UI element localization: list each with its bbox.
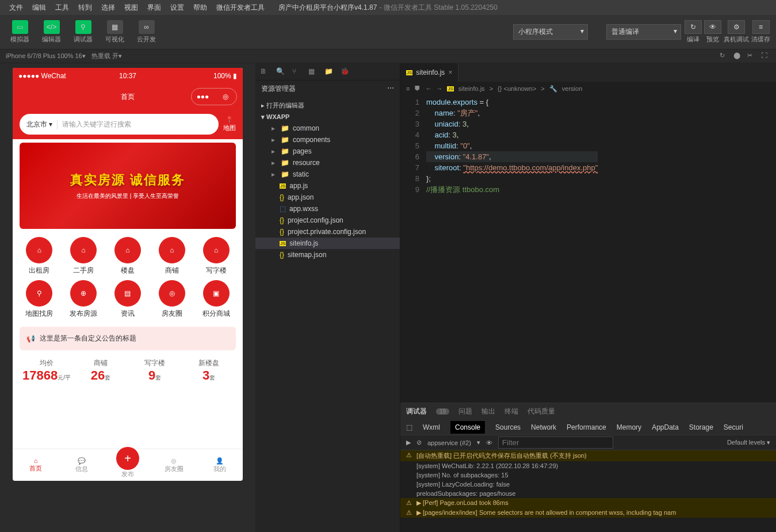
search-bar[interactable]: 北京市 ▾ 请输入关键字进行搜索 (20, 114, 219, 135)
tree-folder-resource[interactable]: ▸📁resource (255, 157, 400, 169)
expand-icon[interactable]: ⛶ (761, 52, 770, 61)
menu-select[interactable]: 选择 (97, 1, 120, 15)
grid-item-rent[interactable]: ⌂出租房 (20, 237, 59, 275)
toolbar-debugger[interactable]: ⚲调试器 (69, 18, 97, 46)
code-content[interactable]: module.exports = { name: "房产", uniacid: … (426, 95, 598, 403)
grid-item-circle[interactable]: ◎房友圈 (152, 280, 192, 319)
project-section[interactable]: ▾ WXAPP (255, 112, 400, 123)
grid-item-resale[interactable]: ⌂二手房 (64, 237, 104, 275)
tab-message[interactable]: 💬信息 (59, 449, 105, 481)
console-output[interactable]: ⚠[自动热重载] 已开启代码文件保存后自动热重载 (不支持 json) [sys… (400, 450, 776, 532)
back-icon[interactable]: ← (425, 85, 431, 92)
menu-help[interactable]: 帮助 (189, 1, 212, 15)
editor-tab-siteinfo[interactable]: JS siteinfo.js × (400, 63, 458, 82)
dtab-storage[interactable]: Storage (689, 423, 713, 431)
cut-icon[interactable]: ✂ (747, 52, 756, 61)
menu-interface[interactable]: 界面 (143, 1, 166, 15)
tree-folder-pages[interactable]: ▸📁pages (255, 146, 400, 157)
tab-home[interactable]: ⌂首页 (13, 449, 59, 481)
dtab-performance[interactable]: Performance (567, 423, 606, 431)
record-icon[interactable]: ⬤ (733, 52, 743, 61)
tree-file-siteinfo[interactable]: JSsiteinfo.js (255, 238, 400, 249)
menu-file[interactable]: 文件 (5, 1, 28, 15)
breadcrumb-file[interactable]: siteinfo.js (458, 85, 485, 92)
toolbar-simulator[interactable]: ▭模拟器 (6, 18, 34, 46)
tab-publish[interactable]: +发布 (105, 449, 151, 481)
dtab-memory[interactable]: Memory (617, 423, 641, 431)
compile-button[interactable]: ↻ (685, 20, 702, 34)
capsule-menu-icon[interactable]: ●●● (192, 89, 214, 105)
breadcrumb-scope[interactable]: {} <unknown> (498, 85, 536, 92)
grid-item-mall[interactable]: ▣积分商城 (196, 280, 236, 319)
tree-file-appjson[interactable]: {}app.json (255, 192, 400, 203)
folder-icon[interactable]: 📁 (324, 67, 334, 76)
close-icon[interactable]: × (448, 68, 452, 76)
dtab-sources[interactable]: Sources (495, 423, 521, 431)
tree-file-projectconfig[interactable]: {}project.config.json (255, 215, 400, 226)
bookmark-icon[interactable]: ⛊ (414, 85, 421, 92)
btab-debugger[interactable]: 调试器 (406, 407, 427, 416)
notice-bar[interactable]: 📢 这里是第一条自定义公告的标题 (20, 327, 236, 350)
banner[interactable]: 真实房源 诚信服务 生活在最美的风景里 | 享受人生至高荣誉 (20, 143, 236, 229)
menu-tools[interactable]: 工具 (51, 1, 74, 15)
btab-quality[interactable]: 代码质量 (527, 407, 555, 416)
device-selector[interactable]: iPhone 6/7/8 Plus 100% 16▾ (6, 52, 86, 60)
inspect-icon[interactable]: ⬚ (406, 423, 412, 431)
toolbar-editor[interactable]: </>编辑器 (37, 18, 66, 46)
hot-reload-toggle[interactable]: 热重载 开▾ (91, 52, 122, 60)
clear-cache-button[interactable]: ≡ (752, 20, 770, 34)
menu-settings[interactable]: 设置 (166, 1, 189, 15)
clear-icon[interactable]: ⊘ (416, 439, 422, 446)
more-icon[interactable]: ⋯ (387, 84, 394, 94)
search-icon[interactable]: 🔍 (276, 67, 285, 76)
preview-button[interactable]: 👁 (704, 20, 721, 34)
grid-item-news[interactable]: ▤资讯 (108, 280, 148, 319)
stat-office[interactable]: 写字楼9套 (128, 358, 182, 383)
btab-problems[interactable]: 问题 (458, 407, 472, 416)
context-selector[interactable]: appservice (#2) (427, 439, 471, 446)
dtab-network[interactable]: Network (531, 423, 556, 431)
forward-icon[interactable]: → (436, 85, 442, 92)
search-input[interactable]: 请输入关键字进行搜索 (58, 120, 131, 129)
toolbar-cloud[interactable]: ∞云开发 (132, 18, 160, 46)
list-icon[interactable]: ≡ (406, 85, 410, 92)
play-icon[interactable]: ▶ (406, 439, 411, 446)
menu-goto[interactable]: 转到 (74, 1, 97, 15)
compile-dropdown[interactable]: 普通编译 (606, 24, 681, 40)
tree-folder-common[interactable]: ▸📁common (255, 123, 400, 134)
map-button[interactable]: 📍 地图 (223, 116, 236, 132)
tree-file-projectprivate[interactable]: {}project.private.config.json (255, 226, 400, 238)
toolbar-visual[interactable]: ▦可视化 (101, 18, 129, 46)
tree-file-appjs[interactable]: JSapp.js (255, 180, 400, 192)
refresh-icon[interactable]: ↻ (720, 52, 729, 61)
stat-newbuilding[interactable]: 新楼盘3套 (182, 358, 236, 383)
menu-wechat-devtools[interactable]: 微信开发者工具 (212, 1, 269, 15)
tree-file-appwxss[interactable]: ⬚app.wxss (255, 203, 400, 215)
stat-avgprice[interactable]: 均价17868元/平 (20, 358, 74, 383)
tree-folder-components[interactable]: ▸📁components (255, 134, 400, 146)
city-picker[interactable]: 北京市 ▾ (26, 120, 58, 129)
bug-icon[interactable]: 🐞 (341, 67, 350, 76)
btab-terminal[interactable]: 终端 (504, 407, 518, 416)
menu-edit[interactable]: 编辑 (28, 1, 51, 15)
grid-item-publish[interactable]: ⊕发布房源 (64, 280, 104, 319)
open-editors-section[interactable]: ▸ 打开的编辑器 (255, 99, 400, 112)
levels-dropdown[interactable]: Default levels ▾ (727, 439, 770, 446)
capsule-close-icon[interactable]: ◎ (214, 89, 236, 105)
branch-icon[interactable]: ⑂ (292, 67, 301, 76)
dtab-appdata[interactable]: AppData (652, 423, 679, 431)
grid-item-office[interactable]: ⌂写字楼 (196, 237, 236, 275)
grid-item-building[interactable]: ⌂楼盘 (108, 237, 148, 275)
tree-folder-static[interactable]: ▸📁static (255, 169, 400, 180)
grid-item-mapfind[interactable]: ⚲地图找房 (20, 280, 59, 319)
tab-circle[interactable]: ◎房友圈 (151, 449, 197, 481)
tab-mine[interactable]: 👤我的 (197, 449, 243, 481)
dtab-security[interactable]: Securi (724, 423, 743, 431)
code-editor[interactable]: 123456789 module.exports = { name: "房产",… (400, 95, 776, 403)
grid-item-shop[interactable]: ⌂商铺 (152, 237, 192, 275)
tree-file-sitemap[interactable]: {}sitemap.json (255, 249, 400, 261)
console-filter-input[interactable] (498, 437, 613, 449)
files-icon[interactable]: 🗎 (260, 67, 269, 76)
stat-shop[interactable]: 商铺26套 (74, 358, 128, 383)
dtab-console[interactable]: Console (450, 421, 485, 434)
